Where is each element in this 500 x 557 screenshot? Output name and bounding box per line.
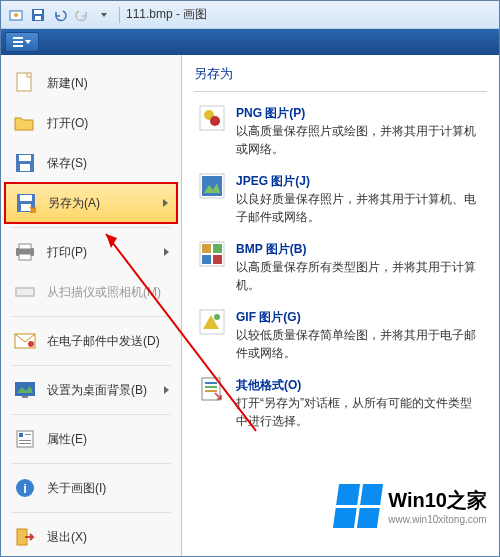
- scanner-icon: [13, 280, 37, 304]
- watermark-title: Win10之家: [388, 487, 487, 514]
- svg-rect-42: [205, 382, 217, 384]
- menu-label: 属性(E): [47, 431, 87, 448]
- svg-rect-7: [19, 155, 31, 161]
- separator: [11, 227, 171, 228]
- undo-icon[interactable]: [51, 6, 69, 24]
- menu-icon: [13, 37, 23, 47]
- menu-wallpaper[interactable]: 设置为桌面背景(B): [5, 370, 177, 410]
- chevron-down-icon: [25, 40, 31, 44]
- png-icon: [198, 104, 226, 132]
- menu-label: 在电子邮件中发送(D): [47, 333, 160, 350]
- menu-label: 保存(S): [47, 155, 87, 172]
- menu-print[interactable]: 打印(P): [5, 232, 177, 272]
- menu-label: 设置为桌面背景(B): [47, 382, 147, 399]
- menu-new[interactable]: 新建(N): [5, 63, 177, 103]
- saveas-gif[interactable]: GIF 图片(G) 以较低质量保存简单绘图，并将其用于电子邮件或网络。: [194, 302, 487, 368]
- saveas-png[interactable]: PNG 图片(P) 以高质量保存照片或绘图，并将其用于计算机或网络。: [194, 98, 487, 164]
- svg-point-31: [210, 116, 220, 126]
- separator: [11, 512, 171, 513]
- chevron-right-icon: [163, 199, 168, 207]
- svg-rect-14: [19, 254, 31, 260]
- menu-label: 另存为(A): [48, 195, 100, 212]
- menu-email[interactable]: 在电子邮件中发送(D): [5, 321, 177, 361]
- watermark-url: www.win10xitong.com: [388, 514, 487, 525]
- chevron-right-icon: [164, 386, 169, 394]
- menu-properties[interactable]: 属性(E): [5, 419, 177, 459]
- svg-text:i: i: [23, 481, 27, 496]
- saveas-other[interactable]: 其他格式(O) 打开“另存为”对话框，从所有可能的文件类型中进行选择。: [194, 370, 487, 436]
- svg-rect-3: [34, 10, 42, 14]
- exit-icon: [13, 525, 37, 549]
- open-icon: [13, 111, 37, 135]
- separator: [119, 7, 120, 23]
- svg-rect-41: [202, 378, 220, 400]
- menu-save[interactable]: 保存(S): [5, 143, 177, 183]
- svg-rect-20: [22, 396, 28, 398]
- wallpaper-icon: [13, 378, 37, 402]
- file-menu-left: 新建(N) 打开(O) 保存(S) 另存为(A) 打印(P): [1, 55, 182, 556]
- separator: [11, 414, 171, 415]
- new-icon: [13, 71, 37, 95]
- svg-rect-24: [19, 440, 31, 441]
- svg-rect-38: [213, 255, 222, 264]
- info-icon: i: [13, 476, 37, 500]
- bmp-icon: [198, 240, 226, 268]
- svg-rect-16: [17, 289, 33, 295]
- qat-dropdown-icon[interactable]: [95, 6, 113, 24]
- svg-rect-43: [205, 386, 217, 388]
- separator: [11, 463, 171, 464]
- separator: [11, 365, 171, 366]
- svg-rect-22: [19, 433, 23, 437]
- svg-point-1: [14, 13, 18, 17]
- window-title: 111.bmp - 画图: [126, 6, 207, 23]
- properties-icon: [13, 427, 37, 451]
- menu-label: 从扫描仪或照相机(M): [47, 284, 161, 301]
- svg-point-18: [28, 341, 34, 347]
- other-format-icon: [198, 376, 226, 404]
- app-icon: [7, 6, 25, 24]
- menu-open[interactable]: 打开(O): [5, 103, 177, 143]
- save-qat-icon[interactable]: [29, 6, 47, 24]
- format-text: BMP 图片(B) 以高质量保存所有类型图片，并将其用于计算机。: [236, 240, 483, 294]
- svg-rect-35: [202, 244, 211, 253]
- svg-rect-8: [20, 164, 30, 171]
- svg-rect-25: [19, 443, 31, 444]
- svg-rect-4: [35, 16, 41, 20]
- redo-icon[interactable]: [73, 6, 91, 24]
- format-text: GIF 图片(G) 以较低质量保存简单绘图，并将其用于电子邮件或网络。: [236, 308, 483, 362]
- file-menu-button[interactable]: [5, 32, 39, 52]
- svg-rect-13: [19, 244, 31, 249]
- separator: [194, 91, 487, 92]
- separator: [11, 316, 171, 317]
- menu-label: 关于画图(I): [47, 480, 106, 497]
- menu-exit[interactable]: 退出(X): [5, 517, 177, 557]
- submenu-title: 另存为: [194, 65, 487, 83]
- saveas-submenu: 另存为 PNG 图片(P) 以高质量保存照片或绘图，并将其用于计算机或网络。 J…: [182, 55, 499, 556]
- format-text: PNG 图片(P) 以高质量保存照片或绘图，并将其用于计算机或网络。: [236, 104, 483, 158]
- saveas-bmp[interactable]: BMP 图片(B) 以高质量保存所有类型图片，并将其用于计算机。: [194, 234, 487, 300]
- svg-rect-19: [15, 382, 35, 396]
- watermark: Win10之家 www.win10xitong.com: [336, 484, 487, 528]
- windows-logo-icon: [333, 484, 383, 528]
- svg-rect-5: [17, 73, 31, 91]
- svg-rect-44: [205, 390, 217, 392]
- ribbon-bar: [1, 29, 499, 55]
- menu-about[interactable]: i 关于画图(I): [5, 468, 177, 508]
- quick-access-toolbar: [7, 6, 113, 24]
- menu-label: 打开(O): [47, 115, 88, 132]
- print-icon: [13, 240, 37, 264]
- menu-scanner[interactable]: 从扫描仪或照相机(M): [5, 272, 177, 312]
- svg-rect-10: [20, 195, 32, 201]
- svg-rect-37: [202, 255, 211, 264]
- svg-rect-36: [213, 244, 222, 253]
- chevron-right-icon: [164, 248, 169, 256]
- paint-window: 111.bmp - 画图 新建(N) 打开(O) 保存(S): [0, 0, 500, 557]
- format-text: 其他格式(O) 打开“另存为”对话框，从所有可能的文件类型中进行选择。: [236, 376, 483, 430]
- svg-rect-23: [25, 434, 31, 435]
- svg-point-40: [214, 314, 220, 320]
- saveas-jpeg[interactable]: JPEG 图片(J) 以良好质量保存照片，并将其用于计算机、电子邮件或网络。: [194, 166, 487, 232]
- menu-saveas[interactable]: 另存为(A): [5, 183, 177, 223]
- menu-label: 打印(P): [47, 244, 87, 261]
- gif-icon: [198, 308, 226, 336]
- save-icon: [13, 151, 37, 175]
